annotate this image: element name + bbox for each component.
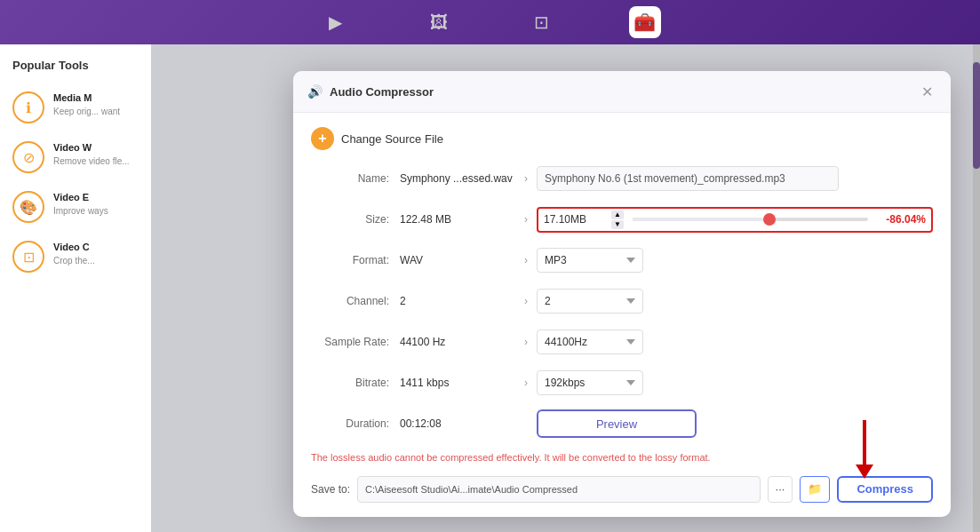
bitrate-label: Bitrate: [311,377,400,389]
format-arrow-icon: › [515,254,537,266]
sidebar-icon-video-c: ⊡ [12,241,44,273]
save-folder-button[interactable]: 📁 [800,476,830,503]
topbar-image-icon[interactable]: 🖼 [423,6,455,38]
size-control-area: ▲ ▼ -86.04% [537,207,933,233]
warning-blue-text: The lossless audio cannot be compressed … [311,452,541,463]
channel-row: Channel: 2 › 2 1 [311,287,933,315]
sidebar-title: Popular Tools [0,59,151,83]
save-label: Save to: [311,483,350,496]
size-slider[interactable] [633,218,868,221]
main-content: Popular Tools ℹ Media M Keep orig... wan… [0,44,980,532]
size-spinner: ▲ ▼ [611,210,624,229]
sidebar-item-video-w[interactable]: ⊘ Video W Remove video fle... [0,132,151,182]
name-label: Name: [311,172,400,185]
dialog-title-text: Audio Compressor [330,85,434,99]
sample-rate-control-area: 44100Hz 22050Hz 48000Hz [537,330,933,354]
name-control-area [537,166,933,191]
dialog-body: + Change Source File Name: Symphony ...e… [293,113,951,517]
dialog-header: 🔊 Audio Compressor ✕ [293,71,951,113]
sample-rate-label: Sample Rate: [311,336,400,348]
size-slider-thumb[interactable] [763,213,776,226]
plus-icon: + [311,127,334,150]
topbar-toolbox-icon[interactable]: 🧰 [629,6,661,38]
sidebar-item-media-desc: Keep orig... want [53,106,139,117]
format-control-area: MP3 AAC OGG [537,248,933,273]
sidebar: Popular Tools ℹ Media M Keep orig... wan… [0,44,151,532]
audio-compressor-dialog: 🔊 Audio Compressor ✕ + Change Source Fil… [293,71,951,517]
audio-icon: 🔊 [307,84,323,99]
arrow-shaft [863,420,866,465]
sidebar-icon-video-e: 🎨 [12,191,44,223]
bitrate-select[interactable]: 192kbps 128kbps 320kbps [537,370,643,395]
format-row: Format: WAV › MP3 AAC OGG [311,246,933,274]
format-original: WAV [400,254,515,266]
format-select[interactable]: MP3 AAC OGG [537,248,643,273]
save-row: Save to: ··· 📁 Compress [311,476,933,503]
name-original: Symphony ...essed.wav [400,172,515,185]
duration-row: Duration: 00:12:08 Preview [311,409,933,438]
preview-button[interactable]: Preview [537,409,697,438]
change-source-label: Change Source File [341,132,443,146]
top-bar: ▶ 🖼 ⊡ 🧰 [0,0,980,44]
channel-arrow-icon: › [515,295,537,307]
compress-button[interactable]: Compress [837,476,933,503]
sidebar-icon-media: ℹ [12,91,44,123]
topbar-video-icon[interactable]: ⊡ [526,6,558,38]
bitrate-arrow-icon: › [515,377,537,389]
size-slider-track [633,218,774,221]
warning-text: The lossless audio cannot be compressed … [311,450,933,465]
name-row: Name: Symphony ...essed.wav › [311,164,933,193]
sidebar-item-video-w-title: Video W [53,141,139,154]
sidebar-item-media-m[interactable]: ℹ Media M Keep orig... want [0,83,151,132]
arrow-head [856,465,873,479]
sidebar-item-video-c-title: Video C [53,241,139,253]
sample-rate-original: 44100 Hz [400,336,515,348]
dialog-title-container: 🔊 Audio Compressor [307,84,434,99]
duration-label: Duration: [311,417,400,430]
sidebar-item-media-title: Media M [53,91,139,104]
arrow-annotation [856,420,873,479]
size-increment-button[interactable]: ▲ [611,210,624,219]
sidebar-item-video-c[interactable]: ⊡ Video C Crop the... [0,232,151,282]
size-label: Size: [311,213,400,226]
sample-rate-arrow-icon: › [515,336,537,348]
sidebar-item-video-e-title: Video E [53,191,139,203]
dialog-close-button[interactable]: ✕ [917,82,936,101]
topbar-play-icon[interactable]: ▶ [320,6,352,38]
duration-control-area: Preview [537,409,933,438]
name-arrow-icon: › [515,172,537,185]
sidebar-item-video-w-desc: Remove video fle... [53,155,139,167]
channel-select[interactable]: 2 1 [537,289,643,314]
size-arrow-icon: › [515,213,537,226]
folder-icon: 📁 [808,482,822,496]
size-percent-badge: -86.04% [877,213,926,226]
bitrate-original: 1411 kbps [400,377,515,389]
bitrate-row: Bitrate: 1411 kbps › 192kbps 128kbps 320… [311,369,933,397]
sample-rate-row: Sample Rate: 44100 Hz › 44100Hz 22050Hz … [311,328,933,356]
size-original: 122.48 MB [400,213,515,226]
channel-control-area: 2 1 [537,289,933,314]
sidebar-item-video-c-desc: Crop the... [53,255,139,266]
size-row: Size: 122.48 MB › ▲ ▼ -86.04% [311,205,933,234]
warning-red-text: It will be converted to the lossy format… [545,452,711,463]
sidebar-item-video-e[interactable]: 🎨 Video E Improve ways [0,182,151,232]
channel-original: 2 [400,295,515,307]
sidebar-item-video-e-desc: Improve ways [53,205,139,217]
name-output-input[interactable] [537,166,839,191]
save-path-input[interactable] [357,476,761,503]
channel-label: Channel: [311,295,400,307]
save-dots-button[interactable]: ··· [768,476,793,503]
format-label: Format: [311,254,400,266]
duration-value: 00:12:08 [400,417,515,430]
bitrate-control-area: 192kbps 128kbps 320kbps [537,370,933,395]
size-output-input[interactable] [544,213,606,226]
right-panel: 🔊 Audio Compressor ✕ + Change Source Fil… [151,44,980,532]
sample-rate-select[interactable]: 44100Hz 22050Hz 48000Hz [537,330,643,354]
change-source-button[interactable]: + Change Source File [311,127,443,150]
size-decrement-button[interactable]: ▼ [611,220,624,229]
sidebar-icon-video-w: ⊘ [12,141,44,173]
